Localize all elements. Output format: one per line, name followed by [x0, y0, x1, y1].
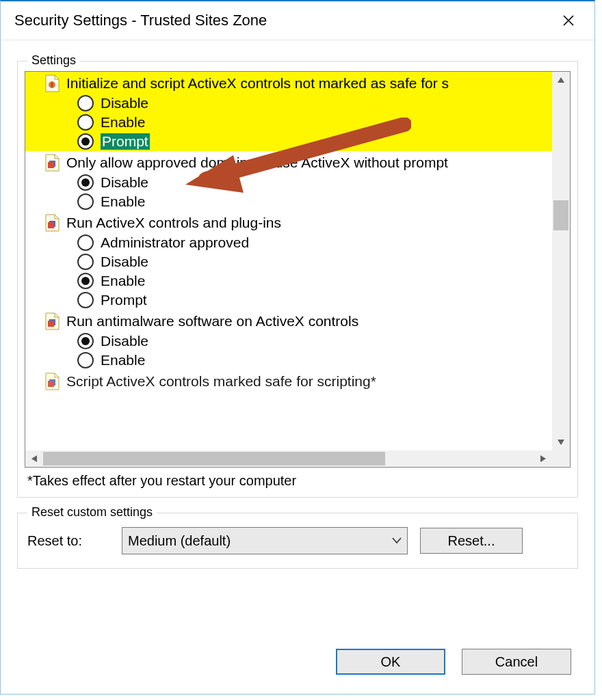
radio-option[interactable]: Enable — [25, 271, 552, 291]
settings-groupbox: Settings — [17, 61, 578, 498]
radio-option[interactable]: Disable — [25, 252, 552, 271]
radio-icon — [77, 133, 94, 150]
chevron-down-icon — [392, 528, 402, 554]
radio-option[interactable]: Disable — [25, 332, 552, 351]
reset-button-label: Reset... — [448, 533, 495, 549]
close-icon — [562, 14, 575, 27]
reset-button[interactable]: Reset... — [420, 528, 523, 554]
setting-label: Only allow approved domains to use Activ… — [66, 154, 448, 170]
scroll-left-arrow-icon[interactable] — [25, 450, 43, 467]
radio-icon — [77, 352, 94, 368]
radio-label: Disable — [101, 254, 148, 269]
radio-icon — [77, 95, 94, 111]
radio-label: Disable — [101, 174, 148, 190]
setting-label: Script ActiveX controls marked safe for … — [66, 373, 376, 389]
dialog-footer: OK Cancel — [336, 649, 571, 675]
radio-icon — [77, 114, 94, 131]
reset-row: Reset to: Medium (default) Reset... — [25, 523, 571, 560]
radio-icon — [77, 193, 94, 210]
radio-label: Enable — [101, 193, 145, 209]
ok-button-label: OK — [381, 654, 401, 670]
radio-option[interactable]: Prompt — [25, 132, 552, 151]
cancel-button[interactable]: Cancel — [462, 649, 571, 675]
horizontal-scrollbar[interactable] — [25, 450, 552, 467]
activex-setting-icon — [44, 312, 60, 330]
settings-list-inner: Initialize and script ActiveX controls n… — [25, 72, 552, 392]
radio-icon — [77, 273, 94, 289]
radio-icon — [77, 254, 94, 270]
radio-option[interactable]: Disable — [25, 94, 552, 113]
setting-header: Script ActiveX controls marked safe for … — [25, 370, 552, 392]
radio-icon — [77, 333, 94, 349]
radio-label: Disable — [101, 333, 148, 349]
scroll-down-arrow-icon[interactable] — [552, 434, 570, 450]
activex-setting-icon — [44, 75, 60, 92]
radio-label: Enable — [101, 273, 145, 288]
scrollbar-corner — [552, 450, 570, 467]
vertical-scrollbar[interactable] — [552, 72, 570, 450]
svg-rect-2 — [48, 162, 54, 168]
radio-label: Prompt — [101, 133, 150, 149]
reset-legend: Reset custom settings — [27, 505, 157, 520]
activex-setting-icon — [44, 154, 60, 172]
radio-icon — [77, 292, 94, 308]
reset-groupbox: Reset custom settings Reset to: Medium (… — [17, 513, 578, 569]
setting-header: Run antimalware software on ActiveX cont… — [25, 310, 552, 332]
radio-label: Administrator approved — [101, 234, 249, 250]
scroll-up-arrow-icon[interactable] — [552, 72, 570, 88]
setting-label: Initialize and script ActiveX controls n… — [66, 75, 449, 91]
ok-button[interactable]: OK — [336, 649, 445, 675]
svg-rect-6 — [48, 321, 54, 327]
radio-option[interactable]: Enable — [25, 351, 552, 370]
svg-rect-4 — [48, 222, 54, 228]
radio-label: Prompt — [101, 292, 147, 308]
activex-setting-icon — [44, 373, 60, 390]
window-title: Security Settings - Trusted Sites Zone — [14, 12, 553, 29]
scroll-right-arrow-icon[interactable] — [534, 450, 552, 467]
setting-label: Run ActiveX controls and plug-ins — [66, 215, 281, 230]
content-area: Settings — [1, 40, 594, 569]
radio-icon — [77, 174, 94, 191]
radio-label: Enable — [101, 352, 145, 368]
close-button[interactable] — [553, 5, 584, 36]
titlebar: Security Settings - Trusted Sites Zone — [1, 1, 594, 40]
setting-item: Only allow approved domains to use Activ… — [25, 151, 552, 211]
vertical-scroll-thumb[interactable] — [553, 200, 568, 230]
setting-header: Only allow approved domains to use Activ… — [25, 151, 552, 173]
setting-item: Initialize and script ActiveX controls n… — [25, 72, 552, 151]
reset-level-select[interactable]: Medium (default) — [122, 527, 408, 554]
radio-option[interactable]: Enable — [25, 113, 552, 132]
radio-option[interactable]: Disable — [25, 173, 552, 192]
setting-item: Script ActiveX controls marked safe for … — [25, 370, 552, 392]
activex-setting-icon — [44, 214, 60, 232]
settings-list: Initialize and script ActiveX controls n… — [25, 71, 571, 468]
svg-rect-8 — [48, 381, 54, 387]
setting-header: Run ActiveX controls and plug-ins — [25, 211, 552, 233]
setting-header: Initialize and script ActiveX controls n… — [25, 72, 552, 94]
radio-option[interactable]: Administrator approved — [25, 233, 552, 252]
cancel-button-label: Cancel — [495, 654, 538, 670]
radio-label: Disable — [101, 95, 148, 111]
security-settings-dialog: Security Settings - Trusted Sites Zone S… — [0, 0, 595, 695]
settings-legend: Settings — [27, 53, 80, 68]
radio-icon — [77, 234, 94, 251]
radio-label: Enable — [101, 114, 145, 130]
settings-list-viewport: Initialize and script ActiveX controls n… — [25, 72, 552, 450]
radio-option[interactable]: Prompt — [25, 291, 552, 310]
radio-option[interactable]: Enable — [25, 192, 552, 211]
reset-to-label: Reset to: — [27, 533, 109, 549]
select-value: Medium (default) — [128, 533, 231, 549]
settings-footnote: *Takes effect after you restart your com… — [25, 468, 571, 489]
horizontal-scroll-thumb[interactable] — [43, 452, 385, 466]
setting-label: Run antimalware software on ActiveX cont… — [66, 313, 358, 329]
setting-item: Run ActiveX controls and plug-ins Admini… — [25, 211, 552, 310]
setting-item: Run antimalware software on ActiveX cont… — [25, 310, 552, 370]
